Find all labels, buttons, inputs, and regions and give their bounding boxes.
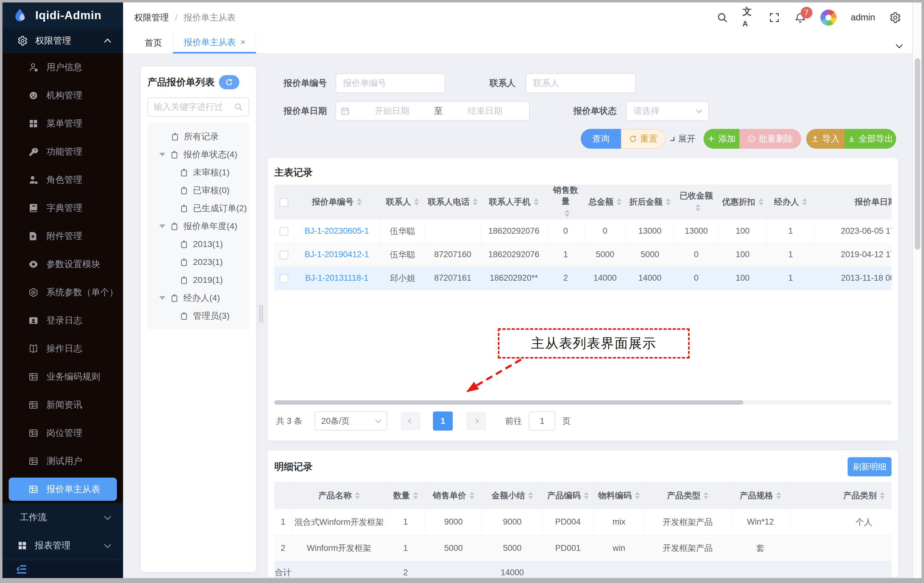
sort-icon[interactable] bbox=[413, 489, 418, 502]
sidebar-item[interactable]: 附件管理 bbox=[2, 222, 123, 250]
column-header[interactable]: 已收金额 bbox=[674, 184, 719, 219]
quote-status-select[interactable]: 请选择 bbox=[626, 101, 709, 121]
scrollbar-thumb[interactable] bbox=[274, 400, 743, 405]
vertical-scrollbar[interactable] bbox=[912, 2, 922, 578]
column-header[interactable]: 销售数量 bbox=[547, 184, 584, 219]
column-header[interactable]: 金额小结 bbox=[482, 482, 543, 509]
sidebar-section-permission[interactable]: 权限管理 bbox=[2, 28, 123, 53]
horizontal-scrollbar[interactable] bbox=[274, 400, 891, 405]
sidebar-item[interactable]: 业务编码规则 bbox=[2, 362, 123, 391]
tree-node[interactable]: 2023(1) bbox=[147, 253, 249, 271]
quote-no-link[interactable]: BJ-1-20131118-1 bbox=[294, 267, 380, 290]
contact-input[interactable]: 联系人 bbox=[526, 73, 636, 93]
column-header[interactable]: 联系人电话 bbox=[425, 184, 480, 219]
column-header[interactable]: 物料编码 bbox=[594, 482, 644, 509]
tree-node[interactable]: 报价单年度(4) bbox=[147, 217, 249, 235]
table-row[interactable]: BJ-1-20131118-1邱小姐87207161186202920**214… bbox=[274, 267, 891, 290]
sidebar-item[interactable]: 岗位管理 bbox=[2, 419, 123, 447]
panel-splitter[interactable] bbox=[259, 305, 264, 323]
column-header[interactable]: 折后金额 bbox=[626, 184, 674, 219]
prev-page-button[interactable] bbox=[401, 412, 421, 430]
table-row[interactable]: BJ-1-20190412-1伍华聪8720716018620292076150… bbox=[274, 243, 891, 267]
sidebar-item[interactable]: 登录日志 bbox=[2, 306, 123, 334]
caret-down-icon[interactable] bbox=[159, 296, 165, 303]
quote-no-input[interactable]: 报价单编号 bbox=[335, 73, 445, 93]
date-range-input[interactable]: 开始日期 至 结束日期 bbox=[335, 101, 530, 121]
close-icon[interactable]: × bbox=[241, 38, 245, 47]
sidebar-item-active[interactable]: 报价单主从表 bbox=[9, 478, 117, 501]
fullscreen-icon[interactable] bbox=[769, 12, 780, 23]
page-size-select[interactable]: 20条/页 bbox=[315, 412, 387, 431]
column-header[interactable]: 销售单价 bbox=[425, 482, 482, 509]
sort-icon[interactable] bbox=[802, 196, 807, 208]
row-checkbox[interactable] bbox=[280, 274, 288, 283]
sort-icon[interactable] bbox=[635, 489, 640, 502]
query-button[interactable]: 查询 bbox=[581, 129, 621, 149]
refresh-detail-button[interactable]: 刷新明细 bbox=[848, 457, 891, 476]
sidebar-item[interactable]: 机构管理 bbox=[2, 81, 123, 109]
add-button[interactable]: 添加 bbox=[703, 129, 739, 149]
settings-gear-icon[interactable] bbox=[889, 12, 901, 23]
column-header[interactable]: 报价单编号 bbox=[294, 184, 380, 219]
sort-icon[interactable] bbox=[703, 489, 708, 502]
sidebar-item[interactable]: 参数设置模块 bbox=[2, 250, 123, 278]
search-icon[interactable] bbox=[716, 12, 728, 23]
column-header[interactable]: 总金额 bbox=[584, 184, 626, 219]
sort-icon[interactable] bbox=[584, 489, 589, 502]
notification-bell-icon[interactable]: 7 bbox=[794, 12, 806, 23]
sidebar-item[interactable]: 字典管理 bbox=[2, 194, 123, 222]
tree-node[interactable]: 已审核(0) bbox=[147, 181, 249, 199]
sort-icon[interactable] bbox=[759, 196, 764, 208]
table-row[interactable]: 2Winform开发框架150005000PD001win开发框架产品套 bbox=[274, 535, 891, 561]
chevron-down-icon[interactable] bbox=[896, 41, 903, 49]
sort-icon[interactable] bbox=[776, 489, 781, 502]
expand-toggle[interactable]: 展开 bbox=[670, 133, 695, 145]
caret-down-icon[interactable] bbox=[159, 153, 165, 160]
row-checkbox[interactable] bbox=[280, 251, 288, 259]
refresh-tree-button[interactable] bbox=[219, 75, 239, 89]
sort-icon[interactable] bbox=[666, 196, 671, 208]
sidebar-item-workflow[interactable]: 工作流 bbox=[2, 503, 123, 531]
column-header[interactable]: 产品规格 bbox=[731, 482, 790, 509]
avatar[interactable] bbox=[820, 10, 837, 26]
select-all-checkbox[interactable] bbox=[280, 198, 288, 207]
sort-icon[interactable] bbox=[473, 196, 478, 208]
tree-node[interactable]: 报价单状态(4) bbox=[147, 146, 249, 163]
sort-icon[interactable] bbox=[414, 196, 419, 208]
sort-icon[interactable] bbox=[355, 489, 360, 502]
tab-home[interactable]: 首页 bbox=[134, 33, 173, 53]
import-button[interactable]: 导入 bbox=[806, 129, 845, 149]
sidebar-item[interactable]: 新闻资讯 bbox=[2, 391, 123, 419]
username[interactable]: admin bbox=[851, 12, 875, 23]
tree-node[interactable]: 未审核(1) bbox=[147, 163, 249, 181]
sidebar-item[interactable]: 菜单管理 bbox=[2, 109, 123, 138]
tree-node[interactable]: 管理员(3) bbox=[147, 307, 249, 325]
breadcrumb-item[interactable]: 权限管理 bbox=[134, 12, 169, 23]
tree-search-input[interactable]: 输入关键字进行过 bbox=[147, 97, 249, 117]
column-header[interactable]: 优惠折扣 bbox=[719, 184, 767, 219]
column-header[interactable]: 联系人手机 bbox=[480, 184, 547, 219]
batch-delete-button[interactable]: 批量删除 bbox=[739, 129, 801, 149]
column-header[interactable]: 报价单日期 bbox=[815, 184, 891, 219]
sidebar-item[interactable]: 功能管理 bbox=[2, 138, 123, 166]
caret-down-icon[interactable] bbox=[159, 224, 165, 231]
sort-icon[interactable] bbox=[617, 196, 622, 208]
column-header[interactable]: 产品编码 bbox=[543, 482, 594, 509]
column-header[interactable]: 产品名称 bbox=[292, 482, 386, 509]
tree-node[interactable]: 所有记录 bbox=[147, 128, 249, 146]
row-checkbox[interactable] bbox=[280, 227, 288, 236]
export-all-button[interactable]: 全部导出 bbox=[845, 129, 896, 149]
sidebar-collapse-button[interactable] bbox=[2, 560, 123, 578]
sidebar-item-reports[interactable]: 报表管理 bbox=[2, 531, 123, 560]
column-header[interactable]: 产品类别 bbox=[790, 482, 891, 509]
current-page-button[interactable]: 1 bbox=[433, 412, 453, 431]
sort-icon[interactable] bbox=[565, 207, 569, 219]
tree-node[interactable]: 经办人(4) bbox=[147, 289, 249, 307]
column-header[interactable]: 数量 bbox=[386, 482, 425, 509]
sort-icon[interactable] bbox=[695, 201, 700, 214]
quote-no-link[interactable]: BJ-1-20190412-1 bbox=[294, 243, 380, 267]
column-header[interactable]: 经办人 bbox=[767, 184, 815, 219]
sidebar-item[interactable]: 角色管理 bbox=[2, 166, 123, 194]
tree-node[interactable]: 已生成订单(2) bbox=[147, 199, 249, 217]
sort-icon[interactable] bbox=[469, 489, 474, 502]
